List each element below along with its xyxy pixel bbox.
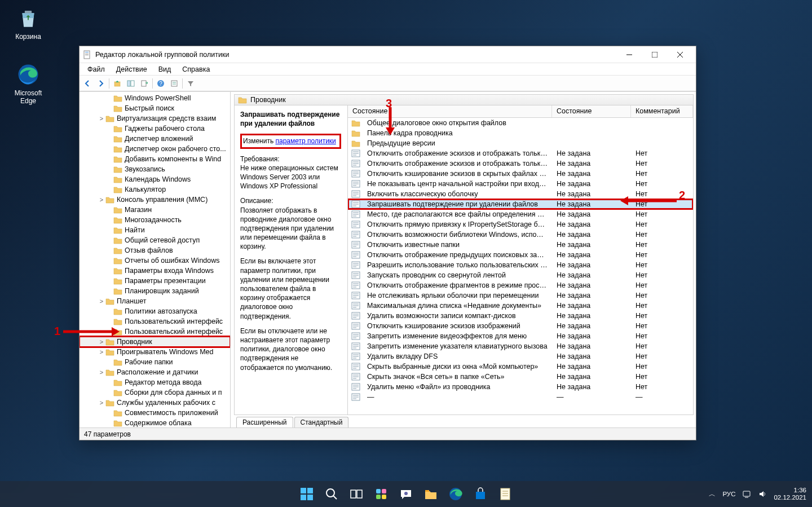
desktop-icon-edge[interactable]: Microsoft Edge <box>7 61 50 105</box>
tree-item[interactable]: Калькулятор <box>80 184 230 195</box>
tab-extended[interactable]: Расширенный <box>236 417 293 427</box>
list-row[interactable]: Отключить кэширование эскизов в скрытых … <box>348 169 693 179</box>
task-view-button[interactable] <box>345 483 368 505</box>
list-row[interactable]: Панель кадра проводника <box>348 128 693 138</box>
list-row[interactable]: Отключить прямую привязку к IPropertySet… <box>348 219 693 230</box>
tree-item[interactable]: Календарь Windows <box>80 174 230 184</box>
edge-taskbar-button[interactable] <box>444 483 467 505</box>
filter-button[interactable] <box>184 77 197 90</box>
taskbar-clock[interactable]: 1:36 02.12.2021 <box>774 487 806 501</box>
list-row[interactable]: Общее диалоговое окно открытия файлов <box>348 118 693 128</box>
language-indicator[interactable]: РУС <box>722 491 735 497</box>
list-row[interactable]: Скрыть значок «Вся сеть» в папке «Сеть»Н… <box>348 372 693 382</box>
back-button[interactable] <box>81 77 94 90</box>
tree-item[interactable]: Найти <box>80 225 230 235</box>
tree-item[interactable]: Звукозапись <box>80 164 230 174</box>
widgets-button[interactable] <box>370 483 392 505</box>
menu-action[interactable]: Действие <box>111 64 153 74</box>
tree-item[interactable]: >Проигрыватель Windows Med <box>80 347 230 357</box>
expand-icon[interactable]: > <box>98 349 105 355</box>
network-icon[interactable] <box>742 490 751 499</box>
store-button[interactable] <box>469 483 492 505</box>
maximize-button[interactable] <box>642 47 667 63</box>
list-row[interactable]: Запретить изменение видеоэффектов для ме… <box>348 331 693 341</box>
volume-icon[interactable] <box>758 490 767 499</box>
tree-item[interactable]: Общий сетевой доступ <box>80 235 230 245</box>
export-button[interactable] <box>138 77 151 90</box>
tree-item[interactable]: Параметры презентации <box>80 276 230 286</box>
list-row[interactable]: Место, где располагаются все файлы опред… <box>348 209 693 219</box>
col-header-comment[interactable]: Комментарий <box>631 105 693 117</box>
tree-item[interactable]: Содержимое облака <box>80 418 230 427</box>
show-hide-tree-button[interactable] <box>124 77 138 90</box>
expand-icon[interactable]: > <box>98 115 105 122</box>
tab-standard[interactable]: Стандартный <box>294 417 349 427</box>
list-row[interactable]: Отключить известные папкиНе заданаНет <box>348 240 693 250</box>
tree-item[interactable]: Пользовательский интерфейс <box>80 327 230 337</box>
tree-item[interactable]: Параметры входа Windows <box>80 266 230 276</box>
expand-icon[interactable]: > <box>98 369 105 376</box>
titlebar[interactable]: Редактор локальной групповой политики <box>80 46 696 63</box>
col-header-state[interactable]: Состояние <box>552 105 631 117</box>
list-row[interactable]: Включить классическую оболочкуНе заданаН… <box>348 189 693 199</box>
expand-icon[interactable]: > <box>98 399 105 406</box>
tree-item[interactable]: Гаджеты рабочего стола <box>80 124 230 134</box>
close-button[interactable] <box>667 47 692 63</box>
list-row[interactable]: Не отслеживать ярлыки оболочки при перем… <box>348 290 693 301</box>
desktop-icon-recycle-bin[interactable]: Корзина <box>7 5 50 41</box>
list-row[interactable]: Запускать проводник со свернутой лентойН… <box>348 270 693 280</box>
list-row[interactable]: Удалить меню «Файл» из проводникаНе зада… <box>348 382 693 392</box>
list-row[interactable]: Отключить отображение предыдущих поисков… <box>348 250 693 260</box>
expand-icon[interactable]: > <box>98 298 105 305</box>
up-button[interactable] <box>111 77 124 90</box>
tree-item[interactable]: >Планшет <box>80 296 230 306</box>
menu-file[interactable]: Файл <box>82 64 111 74</box>
notepad-button[interactable] <box>494 483 517 505</box>
tree-item[interactable]: Сборки для сбора данных и п <box>80 387 230 398</box>
tree-item[interactable]: Редактор метода ввода <box>80 377 230 387</box>
tree-item[interactable]: Диспетчер окон рабочего сто... <box>80 144 230 154</box>
list-row[interactable]: Предыдущие версии <box>348 138 693 148</box>
menu-view[interactable]: Вид <box>153 64 177 74</box>
tree-item[interactable]: Добавить компоненты в Wind <box>80 154 230 164</box>
tree-item[interactable]: >Консоль управления (MMC) <box>80 195 230 205</box>
tree-item[interactable]: Совместимость приложений <box>80 408 230 418</box>
help-button[interactable]: ? <box>154 77 167 90</box>
expand-icon[interactable]: > <box>98 196 105 203</box>
tree-item[interactable]: Многозадачность <box>80 215 230 225</box>
taskbar[interactable]: ︿ РУС 1:36 02.12.2021 <box>0 481 812 507</box>
tree-item[interactable]: >Службы удаленных рабочих с <box>80 398 230 408</box>
tree-item[interactable]: Пользовательский интерфейс <box>80 316 230 327</box>
list-row[interactable]: Разрешить использование только пользоват… <box>348 260 693 270</box>
search-button[interactable] <box>320 483 343 505</box>
tree-item[interactable]: Отчеты об ошибках Windows <box>80 255 230 266</box>
tree-item[interactable]: Магазин <box>80 205 230 215</box>
list-row[interactable]: Максимальная длина списка «Недавние доку… <box>348 301 693 311</box>
explorer-button[interactable] <box>420 483 442 505</box>
list-row[interactable]: Запрашивать подтверждение при удалении ф… <box>348 199 693 209</box>
tree-item[interactable]: Windows PowerShell <box>80 93 230 103</box>
list-rows[interactable]: Общее диалоговое окно открытия файловПан… <box>348 118 693 415</box>
system-tray[interactable]: ︿ РУС 1:36 02.12.2021 <box>709 487 812 501</box>
tree-item[interactable]: Политики автозапуска <box>80 306 230 316</box>
list-row[interactable]: Отключить возможности библиотеки Windows… <box>348 230 693 240</box>
expand-icon[interactable]: > <box>98 338 105 345</box>
list-row[interactable]: Удалить возможности записи компакт-диско… <box>348 311 693 321</box>
list-row[interactable]: ——— <box>348 392 693 402</box>
list-row[interactable]: Отключить отображение эскизов и отобража… <box>348 158 693 169</box>
edit-policy-link[interactable]: параметр политики <box>275 137 336 145</box>
tree-item[interactable]: >Проводник <box>80 337 230 347</box>
list-row[interactable]: Отключить отображение эскизов и отобража… <box>348 148 693 158</box>
properties-button[interactable] <box>167 77 181 90</box>
list-row[interactable]: Не показывать центр начальной настройки … <box>348 179 693 189</box>
tree-item[interactable]: Рабочие папки <box>80 357 230 367</box>
tree-item[interactable]: >Расположение и датчики <box>80 367 230 377</box>
forward-button[interactable] <box>94 77 108 90</box>
tree-item[interactable]: Отзыв файлов <box>80 245 230 255</box>
list-row[interactable]: Удалить вкладку DFSНе заданаНет <box>348 351 693 361</box>
col-header-name[interactable]: Состояние <box>348 105 552 117</box>
tray-chevron-icon[interactable]: ︿ <box>709 490 716 499</box>
list-row[interactable]: Скрыть выбранные диски из окна «Мой комп… <box>348 361 693 372</box>
tree-list[interactable]: Windows PowerShellБыстрый поиск>Виртуали… <box>80 92 230 427</box>
tree-item[interactable]: Диспетчер вложений <box>80 134 230 144</box>
